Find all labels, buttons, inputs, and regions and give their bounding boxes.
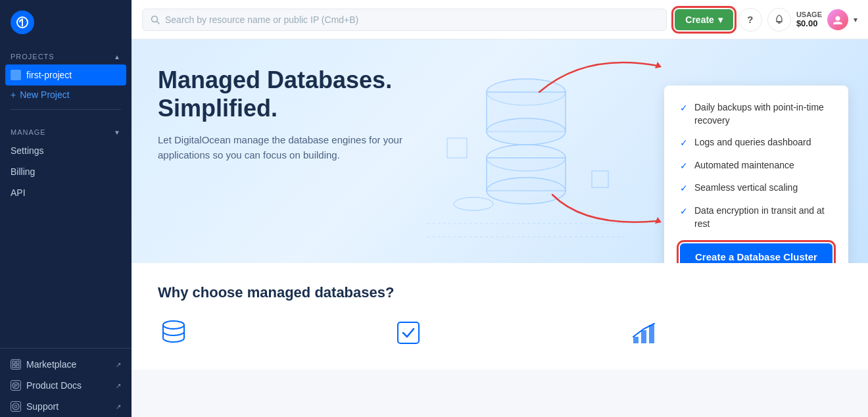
bell-icon — [774, 14, 784, 25]
sidebar-divider — [11, 109, 121, 110]
svg-rect-23 — [592, 171, 608, 187]
hero-section: Managed Databases. Simplified. Let Digit… — [132, 39, 868, 263]
sidebar-item-api[interactable]: API — [0, 182, 132, 203]
sidebar-item-product-docs[interactable]: Product Docs ↗ — [0, 375, 132, 396]
sidebar-item-support[interactable]: Support ↗ — [0, 396, 132, 417]
help-button[interactable]: ? — [738, 8, 762, 32]
feature-item-4: ✓ Seamless vertical scaling — [680, 182, 832, 195]
sidebar-item-first-project[interactable]: first-project — [5, 64, 126, 86]
logo[interactable] — [0, 0, 132, 45]
sidebar-item-marketplace[interactable]: Marketplace ↗ — [0, 354, 132, 375]
notifications-button[interactable] — [767, 8, 791, 32]
hero-illustration — [395, 39, 658, 263]
svg-point-10 — [14, 405, 17, 408]
avatar-icon — [832, 14, 844, 26]
svg-rect-32 — [641, 330, 646, 343]
feature-list: ✓ Daily backups with point-in-time recov… — [680, 101, 832, 230]
feature-item-2: ✓ Logs and queries dashboard — [680, 136, 832, 150]
why-card-3 — [628, 317, 842, 349]
hero-text: Managed Databases. Simplified. Let Digit… — [158, 66, 408, 162]
check-icon-5: ✓ — [680, 205, 688, 218]
sidebar: PROJECTS ▲ first-project + New Project M… — [0, 0, 132, 417]
why-cards — [158, 317, 842, 349]
content-area: Managed Databases. Simplified. Let Digit… — [132, 39, 868, 417]
user-chevron-icon[interactable]: ▾ — [854, 15, 857, 24]
help-icon: ? — [747, 14, 753, 25]
why-icon-chart — [628, 317, 660, 349]
why-card-2 — [393, 317, 606, 349]
svg-rect-1 — [12, 361, 15, 364]
create-button[interactable]: Create ▾ — [675, 9, 733, 30]
check-icon-1: ✓ — [680, 102, 688, 115]
marketplace-icon — [11, 359, 21, 370]
why-card-1 — [158, 317, 372, 349]
header: Search by resource name or public IP (Cm… — [132, 0, 868, 39]
why-icon-databases — [158, 317, 189, 349]
project-icon — [11, 70, 21, 80]
support-ext-icon: ↗ — [116, 403, 121, 410]
svg-point-29 — [163, 321, 184, 329]
usage-label: USAGE — [796, 11, 822, 18]
feature-item-3: ✓ Automated maintenance — [680, 159, 832, 173]
usage-section: USAGE $0.00 ▾ — [796, 9, 857, 30]
main-content: Search by resource name or public IP (Cm… — [132, 0, 868, 417]
usage-amount: $0.00 — [796, 18, 822, 28]
search-bar[interactable]: Search by resource name or public IP (Cm… — [142, 9, 667, 31]
check-icon-2: ✓ — [680, 137, 688, 150]
header-actions: Create ▾ ? USAGE $0.00 — [675, 8, 857, 32]
avatar[interactable] — [827, 9, 848, 30]
marketplace-ext-icon: ↗ — [116, 361, 121, 368]
first-project-label: first-project — [26, 70, 72, 80]
svg-rect-3 — [12, 365, 15, 368]
projects-section-label: PROJECTS ▲ — [0, 45, 132, 64]
new-project-button[interactable]: + New Project — [0, 86, 132, 104]
svg-rect-30 — [398, 322, 419, 343]
feature-item-5: ✓ Data encryption in transit and at rest — [680, 205, 832, 230]
create-chevron-icon: ▾ — [718, 14, 723, 25]
svg-point-18 — [487, 118, 566, 145]
why-icon-check — [393, 317, 424, 349]
product-docs-ext-icon: ↗ — [116, 382, 121, 389]
svg-point-24 — [454, 197, 493, 210]
svg-rect-31 — [633, 337, 639, 343]
product-docs-icon — [11, 380, 21, 391]
support-icon — [11, 401, 21, 412]
feature-item-1: ✓ Daily backups with point-in-time recov… — [680, 101, 832, 127]
hero-title: Managed Databases. Simplified. — [158, 66, 408, 122]
sidebar-item-billing[interactable]: Billing — [0, 161, 132, 182]
svg-line-12 — [157, 21, 160, 24]
create-database-cluster-button[interactable]: Create a Database Cluster — [680, 243, 832, 263]
manage-chevron-icon: ▼ — [114, 129, 121, 136]
manage-section-label: MANAGE ▼ — [0, 120, 132, 140]
why-title: Why choose managed databases? — [158, 284, 842, 301]
why-section: Why choose managed databases? — [132, 263, 868, 370]
projects-chevron-icon: ▲ — [114, 53, 121, 61]
check-icon-4: ✓ — [680, 182, 688, 195]
svg-point-21 — [487, 178, 566, 204]
svg-rect-22 — [447, 138, 467, 158]
check-icon-3: ✓ — [680, 160, 688, 173]
plus-icon: + — [11, 89, 16, 100]
svg-point-15 — [836, 16, 840, 20]
search-placeholder: Search by resource name or public IP (Cm… — [165, 14, 358, 25]
hero-description: Let DigitalOcean manage the database eng… — [158, 133, 408, 162]
svg-rect-33 — [649, 325, 654, 343]
search-icon — [151, 15, 160, 24]
sidebar-bottom: Marketplace ↗ Product Docs ↗ — [0, 348, 132, 417]
logo-icon — [11, 11, 34, 34]
sidebar-item-settings[interactable]: Settings — [0, 140, 132, 161]
svg-point-9 — [12, 403, 19, 410]
feature-card: ✓ Daily backups with point-in-time recov… — [664, 86, 848, 263]
svg-rect-2 — [16, 361, 19, 364]
svg-rect-4 — [16, 365, 19, 368]
